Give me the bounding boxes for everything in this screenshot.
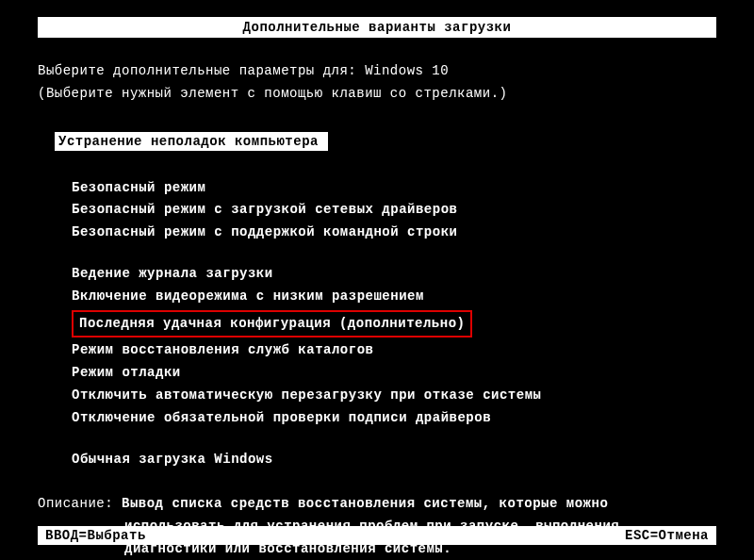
menu-item-low-res-video[interactable]: Включение видеорежима с низким разрешени… (72, 286, 716, 308)
section-header-label: Устранение неполадок компьютера (58, 134, 319, 149)
title-bar: Дополнительные варианты загрузки (38, 17, 716, 38)
menu-item-safe-mode-cmd[interactable]: Безопасный режим с поддержкой командной … (72, 222, 716, 244)
footer-esc-cancel: ESC=Отмена (625, 528, 709, 543)
title-text: Дополнительные варианты загрузки (243, 20, 512, 35)
section-header-repair[interactable]: Устранение неполадок компьютера (55, 132, 328, 151)
instruction-line-1: Выберите дополнительные параметры для: W… (38, 60, 716, 83)
menu-item-last-known-good[interactable]: Последняя удачная конфигурация (дополнит… (72, 308, 716, 340)
menu-item-boot-logging[interactable]: Ведение журнала загрузки (72, 263, 716, 286)
instruction-line-2: (Выберите нужный элемент с помощью клави… (38, 83, 716, 106)
description-label: Описание: (38, 496, 122, 511)
menu-item-disable-driver-sig[interactable]: Отключение обязательной проверки подписи… (72, 407, 716, 430)
menu-item-disable-auto-restart[interactable]: Отключить автоматическую перезагрузку пр… (72, 385, 716, 407)
description-line-1: Вывод списка средств восстановления сист… (122, 496, 608, 511)
menu-item-safe-mode[interactable]: Безопасный режим (72, 177, 716, 200)
highlighted-option-box: Последняя удачная конфигурация (дополнит… (72, 310, 472, 338)
menu-item-safe-mode-network[interactable]: Безопасный режим с загрузкой сетевых дра… (72, 199, 716, 222)
instructions-block: Выберите дополнительные параметры для: W… (38, 60, 716, 106)
menu-item-last-known-good-label: Последняя удачная конфигурация (дополнит… (79, 316, 465, 331)
footer-enter-select: ВВОД=Выбрать (45, 528, 146, 543)
menu-item-debug-mode[interactable]: Режим отладки (72, 362, 716, 385)
boot-options-list: Безопасный режим Безопасный режим с загр… (72, 177, 716, 471)
footer-bar: ВВОД=Выбрать ESC=Отмена (38, 526, 716, 545)
menu-item-ds-restore[interactable]: Режим восстановления служб каталогов (72, 339, 716, 362)
menu-item-start-normally[interactable]: Обычная загрузка Windows (72, 449, 716, 471)
